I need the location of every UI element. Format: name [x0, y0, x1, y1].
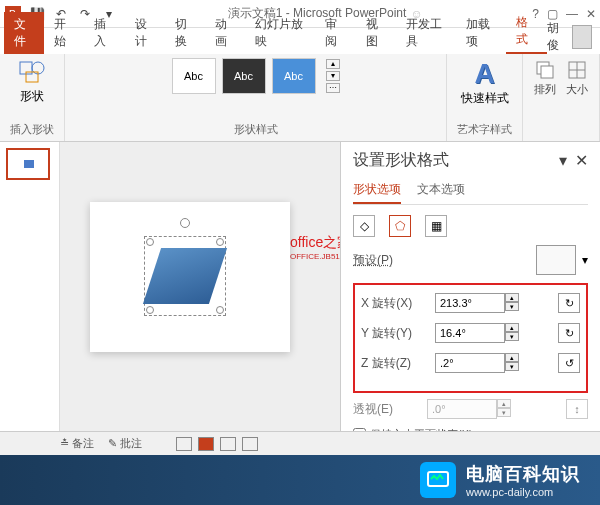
shape-style-1[interactable]: Abc	[172, 58, 216, 94]
x-rotation-reset[interactable]: ↻	[558, 293, 580, 313]
shape-style-2[interactable]: Abc	[222, 58, 266, 94]
x-rotation-input[interactable]	[435, 293, 505, 313]
brand-url: www.pc-daily.com	[466, 486, 580, 498]
x-rotation-spinner[interactable]: ▴▾	[505, 293, 519, 313]
z-rotation-label: Z 旋转(Z)	[361, 355, 429, 372]
wordart-icon: A	[474, 58, 494, 90]
brand-footer: 电脑百科知识 www.pc-daily.com	[0, 455, 600, 505]
perspective-reset: ↕	[566, 399, 588, 419]
style-gallery-more[interactable]: ▴▾⋯	[326, 59, 340, 93]
minimize-icon[interactable]: —	[566, 7, 578, 21]
selected-shape[interactable]	[150, 242, 220, 310]
z-rotation-spinner[interactable]: ▴▾	[505, 353, 519, 373]
resize-handle-ne[interactable]	[216, 238, 224, 246]
tab-transition[interactable]: 切换	[165, 12, 205, 54]
preset-dropdown-icon[interactable]: ▾	[582, 253, 588, 267]
y-rotation-reset[interactable]: ↻	[558, 323, 580, 343]
rotation-handle[interactable]	[180, 218, 190, 228]
ribbon-tabs: 文件 开始 插入 设计 切换 动画 幻灯片放映 审阅 视图 开发工具 加载项 格…	[0, 28, 600, 54]
y-rotation-label: Y 旋转(Y)	[361, 325, 429, 342]
user-name[interactable]: 胡俊	[547, 20, 567, 54]
tab-design[interactable]: 设计	[125, 12, 165, 54]
reading-view-icon[interactable]	[220, 437, 236, 451]
resize-handle-se[interactable]	[216, 306, 224, 314]
slide[interactable]	[90, 202, 290, 352]
pane-tab-text[interactable]: 文本选项	[417, 177, 465, 204]
brand-monitor-icon	[420, 462, 456, 498]
avatar[interactable]	[572, 25, 592, 49]
quick-styles-label: 快速样式	[461, 90, 509, 107]
arrange-label: 排列	[534, 82, 556, 97]
y-rotation-input[interactable]	[435, 323, 505, 343]
size-label: 大小	[566, 82, 588, 97]
slide-thumbnail-1[interactable]	[6, 148, 50, 180]
perspective-label: 透视(E)	[353, 401, 421, 418]
size-properties-icon[interactable]: ▦	[425, 215, 447, 237]
arrange-button[interactable]: 排列	[533, 58, 557, 97]
rotation-highlight: X 旋转(X) ▴▾ ↻ Y 旋转(Y) ▴▾ ↻ Z 旋转(Z)	[353, 283, 588, 393]
insert-shapes-group-label: 插入形状	[10, 122, 54, 137]
tab-slideshow[interactable]: 幻灯片放映	[245, 12, 315, 54]
pane-dropdown-icon[interactable]: ▾	[559, 151, 567, 170]
pane-close-icon[interactable]: ✕	[575, 151, 588, 170]
y-rotation-spinner[interactable]: ▴▾	[505, 323, 519, 343]
tab-home[interactable]: 开始	[44, 12, 84, 54]
z-rotation-reset[interactable]: ↺	[558, 353, 580, 373]
preset-label: 预设(P)	[353, 252, 393, 269]
perspective-input	[427, 399, 497, 419]
tab-review[interactable]: 审阅	[315, 12, 355, 54]
ribbon-collapse-icon[interactable]: ▢	[547, 7, 558, 21]
effects-icon[interactable]: ⬠	[389, 215, 411, 237]
normal-view-icon[interactable]	[176, 437, 192, 451]
shape-styles-group-label: 形状样式	[234, 122, 278, 137]
preset-dropdown[interactable]	[536, 245, 576, 275]
shapes-label: 形状	[20, 88, 44, 105]
resize-handle-sw[interactable]	[146, 306, 154, 314]
shape-style-3[interactable]: Abc	[272, 58, 316, 94]
tab-file[interactable]: 文件	[4, 12, 44, 54]
slideshow-view-icon[interactable]	[242, 437, 258, 451]
pane-tab-shape[interactable]: 形状选项	[353, 177, 401, 204]
fill-line-icon[interactable]: ◇	[353, 215, 375, 237]
quick-styles-button[interactable]: A 快速样式	[461, 58, 509, 107]
notes-button[interactable]: ≛ 备注	[60, 436, 94, 451]
x-rotation-label: X 旋转(X)	[361, 295, 429, 312]
sorter-view-icon[interactable]	[198, 437, 214, 451]
svg-rect-6	[541, 66, 553, 78]
comments-button[interactable]: ✎ 批注	[108, 436, 142, 451]
pane-title: 设置形状格式	[353, 150, 449, 171]
tab-animation[interactable]: 动画	[205, 12, 245, 54]
parallelogram-shape[interactable]	[143, 248, 227, 304]
size-button[interactable]: 大小	[565, 58, 589, 97]
brand-name: 电脑百科知识	[466, 462, 580, 486]
tab-addins[interactable]: 加载项	[456, 12, 506, 54]
ribbon: 形状 插入形状 Abc Abc Abc ▴▾⋯ 形状样式 A 快速样式 艺术字样…	[0, 54, 600, 142]
wordart-group-label: 艺术字样式	[457, 122, 512, 137]
resize-handle-nw[interactable]	[146, 238, 154, 246]
tab-insert[interactable]: 插入	[84, 12, 124, 54]
close-icon[interactable]: ✕	[586, 7, 596, 21]
tab-format[interactable]: 格式	[506, 10, 546, 54]
perspective-spinner: ▴▾	[497, 399, 511, 419]
tab-view[interactable]: 视图	[356, 12, 396, 54]
statusbar: ≛ 备注 ✎ 批注	[0, 431, 600, 455]
smiley-icon: ☺	[410, 7, 422, 21]
tab-developer[interactable]: 开发工具	[396, 12, 456, 54]
shapes-button[interactable]: 形状	[18, 58, 46, 105]
z-rotation-input[interactable]	[435, 353, 505, 373]
